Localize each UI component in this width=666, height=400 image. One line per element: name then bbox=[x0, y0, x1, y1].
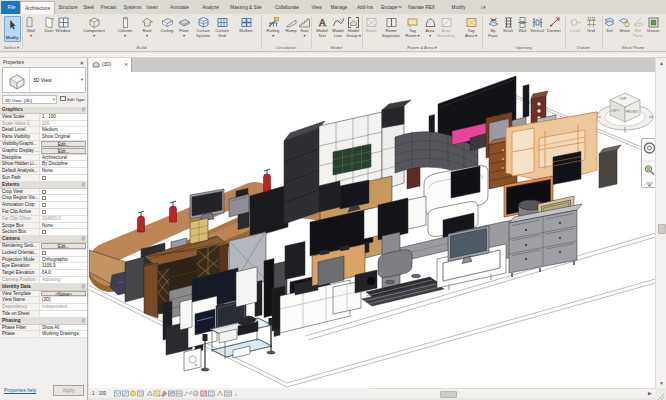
svg-text:S: S bbox=[624, 129, 627, 134]
svg-text:LEFT: LEFT bbox=[611, 109, 620, 113]
svg-text:A: A bbox=[318, 16, 326, 28]
svg-text:FRONT: FRONT bbox=[626, 110, 639, 114]
svg-text:‹: ‹ bbox=[235, 390, 237, 396]
